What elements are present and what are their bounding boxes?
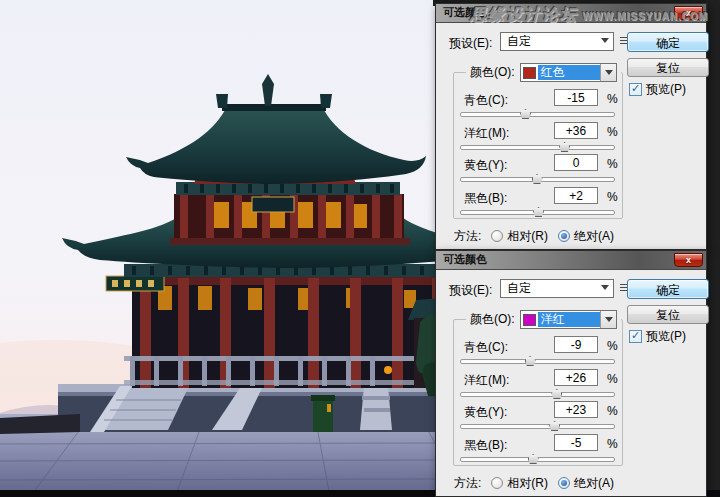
yellow-value-input[interactable]: [554, 154, 598, 171]
dialog-title: 可选颜色: [436, 251, 706, 268]
color-adjust-group: 青色(C): % 洋红(M): % 黄色(Y): % 黑色(B): %: [453, 72, 623, 219]
preset-dropdown[interactable]: 自定: [500, 32, 614, 51]
method-row: 方法: 相对(R) 绝对(A): [454, 475, 614, 491]
preview-label: 预览(P): [646, 81, 686, 98]
close-button[interactable]: x: [674, 6, 703, 20]
relative-label: 相对(R): [507, 475, 548, 492]
cyan-label: 青色(C):: [464, 339, 508, 356]
absolute-radio[interactable]: 绝对(A): [558, 228, 614, 245]
dropdown-arrow-cell[interactable]: [600, 64, 616, 81]
chevron-down-icon: [601, 285, 609, 290]
magenta-label: 洋红(M):: [464, 372, 509, 389]
dialog-title: 可选颜色: [436, 4, 706, 21]
ok-button[interactable]: 确定: [627, 32, 709, 52]
cyan-label: 青色(C):: [464, 92, 508, 109]
preview-checkbox[interactable]: 预览(P): [629, 328, 686, 345]
preview-label: 预览(P): [646, 328, 686, 345]
black-slider-track[interactable]: [460, 210, 615, 215]
yellow-unit: %: [607, 157, 618, 171]
cyan-unit: %: [607, 92, 618, 106]
black-slider-thumb[interactable]: [533, 207, 544, 217]
black-unit: %: [607, 190, 618, 204]
close-icon: x: [675, 7, 702, 19]
photoshop-workspace: 思缘设计论坛 WWW.MISSYUAN.COM 可选颜色 x 预设(E): 自定…: [0, 0, 720, 497]
color-row: 颜色(O): 洋红: [466, 309, 621, 330]
magenta-slider-thumb[interactable]: [559, 142, 570, 152]
radio-unselected-icon: [491, 230, 503, 242]
radio-selected-icon: [558, 230, 570, 242]
dialog-titlebar[interactable]: 可选颜色 x: [436, 251, 706, 270]
yellow-slider-thumb[interactable]: [549, 421, 560, 431]
relative-radio[interactable]: 相对(R): [491, 475, 548, 492]
black-unit: %: [607, 437, 618, 451]
black-value-input[interactable]: [554, 187, 598, 204]
black-label: 黑色(B):: [464, 190, 507, 207]
relative-label: 相对(R): [507, 228, 548, 245]
cyan-slider-thumb[interactable]: [520, 109, 531, 119]
color-label: 颜色(O):: [470, 64, 515, 81]
color-adjust-group: 青色(C): % 洋红(M): % 黄色(Y): % 黑色(B): %: [453, 319, 623, 466]
absolute-label: 绝对(A): [574, 228, 614, 245]
cyan-unit: %: [607, 339, 618, 353]
preview-checkbox[interactable]: 预览(P): [629, 81, 686, 98]
absolute-radio[interactable]: 绝对(A): [558, 475, 614, 492]
color-swatch: [523, 314, 536, 326]
selective-color-dialog-magenta: 可选颜色 x 预设(E): 自定 确定 复位 预览(P) 颜色(O): 洋红: [435, 250, 707, 497]
cyan-value-input[interactable]: [554, 336, 598, 353]
reset-button[interactable]: 复位: [627, 58, 709, 77]
preset-dropdown[interactable]: 自定: [500, 279, 614, 298]
cyan-slider-thumb[interactable]: [525, 356, 536, 366]
relative-radio[interactable]: 相对(R): [491, 228, 548, 245]
radio-unselected-icon: [491, 477, 503, 489]
dialog-titlebar[interactable]: 可选颜色 x: [436, 4, 706, 23]
color-value: 红色: [538, 65, 600, 80]
color-swatch: [523, 67, 536, 79]
method-row: 方法: 相对(R) 绝对(A): [454, 228, 614, 244]
black-label: 黑色(B):: [464, 437, 507, 454]
yellow-slider-track[interactable]: [460, 177, 615, 182]
magenta-label: 洋红(M):: [464, 125, 509, 142]
method-label: 方法:: [454, 475, 481, 492]
color-label: 颜色(O):: [470, 311, 515, 328]
close-button[interactable]: x: [674, 253, 703, 267]
black-value-input[interactable]: [554, 434, 598, 451]
preset-label: 预设(E):: [449, 282, 492, 299]
close-icon: x: [675, 254, 702, 266]
chevron-down-icon: [605, 70, 613, 75]
magenta-unit: %: [607, 372, 618, 386]
color-row: 颜色(O): 红色: [466, 62, 621, 83]
color-dropdown[interactable]: 洋红: [520, 310, 617, 329]
absolute-label: 绝对(A): [574, 475, 614, 492]
magenta-slider-track[interactable]: [460, 392, 615, 397]
yellow-label: 黄色(Y):: [464, 404, 507, 421]
black-slider-thumb[interactable]: [528, 454, 539, 464]
yellow-unit: %: [607, 404, 618, 418]
magenta-value-input[interactable]: [554, 369, 598, 386]
yellow-label: 黄色(Y):: [464, 157, 507, 174]
chevron-down-icon: [605, 317, 613, 322]
magenta-unit: %: [607, 125, 618, 139]
cyan-value-input[interactable]: [554, 89, 598, 106]
black-slider-track[interactable]: [460, 457, 615, 462]
cyan-slider-track[interactable]: [460, 359, 615, 364]
checkbox-checked-icon: [629, 330, 642, 343]
yellow-slider-track[interactable]: [460, 424, 615, 429]
preset-label: 预设(E):: [449, 35, 492, 52]
cyan-slider-track[interactable]: [460, 112, 615, 117]
preset-value: 自定: [501, 33, 613, 50]
preset-value: 自定: [501, 280, 613, 297]
yellow-slider-thumb[interactable]: [532, 174, 543, 184]
magenta-slider-thumb[interactable]: [551, 389, 562, 399]
checkbox-checked-icon: [629, 83, 642, 96]
selective-color-dialog-red: 可选颜色 x 预设(E): 自定 确定 复位 预览(P) 颜色(O): 红色: [435, 3, 707, 250]
yellow-value-input[interactable]: [554, 401, 598, 418]
reset-button[interactable]: 复位: [627, 305, 709, 324]
magenta-slider-track[interactable]: [460, 145, 615, 150]
chevron-down-icon: [601, 38, 609, 43]
color-dropdown[interactable]: 红色: [520, 63, 617, 82]
ok-button[interactable]: 确定: [627, 279, 709, 299]
magenta-value-input[interactable]: [554, 122, 598, 139]
method-label: 方法:: [454, 228, 481, 245]
dropdown-arrow-cell[interactable]: [600, 311, 616, 328]
color-value: 洋红: [538, 312, 600, 327]
